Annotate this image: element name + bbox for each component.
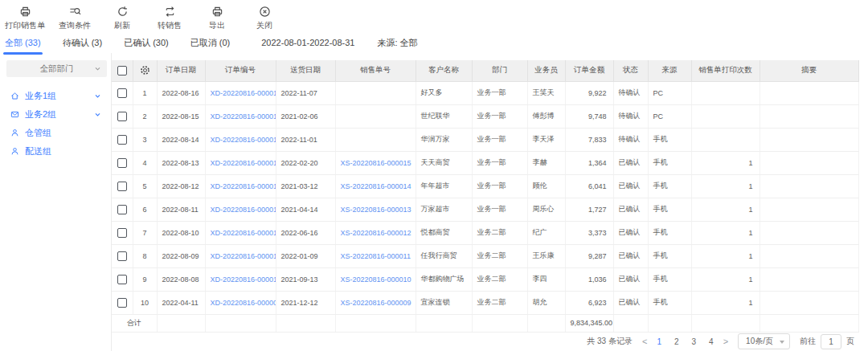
row-checkbox[interactable] — [117, 182, 127, 191]
tab-pending[interactable]: 待确认 (3) — [63, 37, 103, 49]
row-checkbox[interactable] — [117, 298, 127, 308]
row-checkbox[interactable] — [117, 112, 127, 121]
page-number-button[interactable]: 3 — [692, 337, 697, 346]
row-select-cell — [112, 81, 133, 104]
sales-no-cell — [335, 81, 416, 104]
total-amount: 9,834,345.00 — [565, 314, 613, 332]
row-select-cell — [112, 104, 133, 128]
delivery-date-cell: 2021-03-12 — [276, 174, 335, 198]
print-count-cell — [691, 128, 760, 151]
summary-cell — [760, 221, 859, 244]
goto-page-input[interactable] — [821, 334, 841, 349]
record-count-text: 共 33 条记录 — [587, 336, 633, 347]
source-cell: 手机 — [648, 151, 691, 174]
sales-no-link[interactable]: XS-20220816-000012 — [341, 229, 411, 237]
amount-cell: 9,748 — [565, 104, 613, 128]
prev-page-button[interactable]: < — [642, 337, 647, 346]
dept-cell: 业务一部 — [472, 151, 527, 174]
row-checkbox[interactable] — [117, 228, 127, 238]
sales-no-cell: XS-20220816-000015 — [335, 151, 416, 174]
summary-cell — [760, 128, 859, 151]
close-circle-icon — [259, 6, 271, 18]
status-cell: 已确认 — [613, 221, 648, 244]
status-cell: 已确认 — [613, 151, 648, 174]
delivery-date-cell: 2022-01-09 — [276, 244, 335, 267]
sidebar-item-label: 业务1组 — [25, 90, 56, 102]
row-checkbox[interactable] — [117, 88, 127, 98]
sales-no-link[interactable]: XS-20220816-000011 — [341, 252, 411, 260]
page-size-select[interactable]: 10条/页 — [738, 333, 790, 349]
sidebar-item-business-group-2[interactable]: 业务2组 — [0, 105, 111, 124]
tool-label: 刷新 — [114, 20, 130, 31]
amount-cell: 3,373 — [565, 221, 613, 244]
customer-cell: 万家超市 — [416, 198, 472, 221]
row-checkbox[interactable] — [117, 251, 127, 261]
row-select-cell — [112, 291, 133, 314]
page-number-button[interactable]: 2 — [674, 337, 679, 346]
customer-cell: 天天商贸 — [416, 151, 472, 174]
order-no-link[interactable]: XD-20220816-000017 — [211, 112, 276, 120]
department-select[interactable]: 全部部门 — [6, 60, 107, 77]
order-no-link[interactable]: XD-20220816-000018 — [211, 89, 276, 97]
sidebar-item-warehouse-group[interactable]: 仓管组 — [0, 124, 111, 142]
table-row: 42022-08-13XD-20220816-0000152022-02-20X… — [112, 151, 859, 174]
tool-label: 关闭 — [256, 20, 272, 31]
tab-all[interactable]: 全部 (33) — [5, 37, 41, 49]
select-all-checkbox[interactable] — [117, 66, 127, 76]
print-count-cell: 1 — [691, 174, 760, 198]
order-no-link[interactable]: XD-20220816-000014 — [211, 182, 276, 190]
refresh-button[interactable]: 刷新 — [104, 6, 140, 31]
header-sales-no: 销售单号 — [335, 60, 416, 81]
table-row: 72022-08-10XD-20220816-0000122022-06-16X… — [112, 221, 859, 244]
source-cell: 手机 — [648, 198, 691, 221]
page-number-button[interactable]: 4 — [709, 337, 714, 346]
order-no-link[interactable]: XD-20220816-000012 — [211, 229, 276, 237]
table-row: 52022-08-12XD-20220816-0000142021-03-12X… — [112, 174, 859, 198]
header-order-date: 订单日期 — [157, 60, 205, 81]
salesperson-cell: 纪广 — [527, 221, 565, 244]
customer-cell: 宜家连锁 — [416, 291, 472, 314]
user-icon — [10, 147, 19, 156]
settings-gear-icon[interactable] — [140, 65, 150, 76]
print-sales-order-button[interactable]: 打印销售单 — [5, 6, 45, 31]
row-checkbox[interactable] — [117, 158, 127, 168]
order-date-cell: 2022-08-16 — [157, 81, 205, 104]
sales-no-link[interactable]: XS-20220816-000009 — [341, 299, 411, 307]
sales-no-link[interactable]: XS-20220816-000015 — [341, 159, 411, 167]
row-checkbox[interactable] — [117, 205, 127, 214]
order-no-link[interactable]: XD-20220816-000010 — [211, 275, 276, 284]
row-select-cell — [112, 174, 133, 198]
tab-confirmed[interactable]: 已确认 (30) — [124, 37, 169, 49]
transfer-to-sales-button[interactable]: 转销售 — [152, 6, 187, 31]
order-no-link[interactable]: XD-20220816-000009 — [211, 299, 276, 307]
print-count-cell: 1 — [691, 244, 760, 267]
sales-no-link[interactable]: XS-20220816-000013 — [341, 206, 411, 214]
order-no-link[interactable]: XD-20220816-000015 — [211, 159, 276, 167]
sales-no-link[interactable]: XS-20220816-000010 — [341, 275, 411, 284]
sales-no-cell: XS-20220816-000014 — [335, 174, 416, 198]
tab-cancelled[interactable]: 已取消 (0) — [190, 37, 231, 49]
sidebar-item-delivery-group[interactable]: 配送组 — [0, 142, 111, 161]
order-no-link[interactable]: XD-20220816-000011 — [211, 252, 276, 260]
row-checkbox[interactable] — [117, 275, 127, 284]
sales-no-link[interactable]: XS-20220816-000014 — [341, 182, 411, 190]
sidebar-item-business-group-1[interactable]: 业务1组 — [0, 87, 111, 105]
header-order-no: 订单编号 — [205, 60, 276, 81]
source-cell: PC — [648, 81, 691, 104]
query-conditions-button[interactable]: 查询条件 — [57, 6, 92, 31]
toolbar: 打印销售单 查询条件 刷新 转销售 导出 — [0, 0, 868, 32]
next-page-button[interactable]: > — [723, 337, 728, 346]
row-index: 1 — [133, 81, 157, 104]
chevron-down-icon — [94, 92, 101, 100]
row-index: 10 — [133, 291, 157, 314]
header-print-count: 销售单打印次数 — [691, 60, 760, 81]
export-button[interactable]: 导出 — [199, 6, 235, 31]
sales-no-cell: XS-20220816-000009 — [335, 291, 416, 314]
order-no-link[interactable]: XD-20220816-000016 — [211, 136, 276, 144]
row-checkbox[interactable] — [117, 135, 127, 145]
order-no-link[interactable]: XD-20220816-000013 — [211, 206, 276, 214]
page-number-button[interactable]: 1 — [657, 337, 661, 346]
close-button[interactable]: 关闭 — [247, 6, 282, 31]
salesperson-cell: 顾伦 — [527, 174, 565, 198]
print-count-cell: 1 — [691, 267, 760, 291]
